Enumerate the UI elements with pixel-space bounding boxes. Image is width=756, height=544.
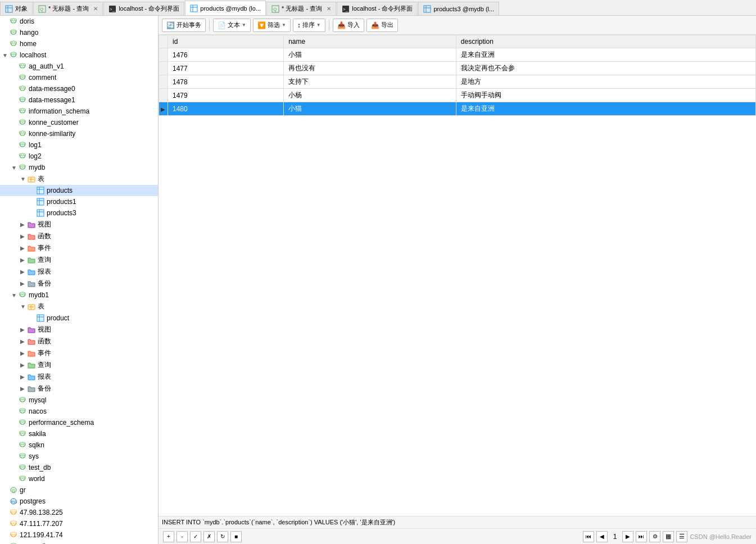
sidebar-item-world[interactable]: world (0, 473, 158, 484)
cell-name[interactable]: 小猫 (284, 102, 456, 116)
cancel-edit-button[interactable]: ✗ (203, 531, 215, 542)
grid-view-button[interactable]: ▦ (663, 531, 674, 542)
sidebar-item-ag_auth_v1[interactable]: ag_auth_v1 (0, 61, 158, 72)
sidebar-item-47.98.138.225[interactable]: 47.98.138.225 (0, 507, 158, 518)
sidebar-item-备份[interactable]: ▶ 备份 (0, 383, 158, 395)
text-button[interactable]: 📄 文本 ▼ (213, 19, 251, 32)
table-row[interactable]: 1478 支持下 是地方 (159, 75, 756, 89)
sidebar-item-data-message1[interactable]: data-message1 (0, 94, 158, 106)
sidebar-item-事件[interactable]: ▶ 事件 (0, 347, 158, 359)
sidebar-item-product[interactable]: product (0, 312, 158, 324)
stop-button[interactable]: ■ (230, 531, 242, 542)
svg-point-42 (20, 153, 25, 156)
sidebar-item-performance_schema[interactable]: performance_schema (0, 417, 158, 428)
settings-button[interactable]: ⚙ (649, 531, 660, 542)
toolbar-btn-icon: 📥 (337, 21, 346, 29)
sidebar-item-mongodb[interactable]: mongodb (0, 541, 158, 544)
cell-name[interactable]: 小猫 (284, 48, 456, 62)
cell-description[interactable]: 我决定再也不会参 (456, 62, 755, 75)
toolbar-btn-icon: 📤 (371, 21, 379, 29)
start-transaction-button[interactable]: 🔄 开始事务 (162, 19, 206, 32)
sidebar-item-products1[interactable]: products1 (0, 196, 158, 207)
confirm-button[interactable]: ✓ (190, 531, 201, 542)
sidebar-item-information_schema[interactable]: information_schema (0, 106, 158, 117)
sidebar-item-log1[interactable]: log1 (0, 139, 158, 151)
sidebar-item-comment[interactable]: comment (0, 72, 158, 83)
sidebar-item-表[interactable]: ▼ 表 (0, 173, 158, 185)
sidebar-item-查询[interactable]: ▶ 查询 (0, 254, 158, 266)
last-page-button[interactable]: ⏭ (636, 531, 647, 542)
cell-description[interactable]: 是地方 (456, 75, 755, 89)
table-row[interactable]: 1477 再也没有 我决定再也不会参 (159, 62, 756, 75)
table-icon (190, 4, 198, 12)
sidebar-item-konne_customer[interactable]: konne_customer (0, 117, 158, 128)
close-tab-button[interactable]: ✕ (93, 6, 98, 12)
sidebar-item-表[interactable]: ▼ 表 (0, 301, 158, 312)
export-button[interactable]: 📤 导出 (366, 19, 398, 32)
import-button[interactable]: 📥 导入 (333, 19, 364, 32)
sidebar-item-products[interactable]: products (0, 185, 158, 196)
table-row[interactable]: ▶ 1480 小猫 是来自亚洲 (159, 102, 756, 116)
cell-id[interactable]: 1476 (168, 48, 284, 62)
table-row[interactable]: 1479 小杨 手动阀手动阀 (159, 89, 756, 102)
delete-row-button[interactable]: - (176, 531, 188, 542)
sidebar-item-products3[interactable]: products3 (0, 207, 158, 219)
sidebar-item-home[interactable]: home (0, 38, 158, 49)
tab-products[interactable]: products @mydb (lo... (185, 1, 266, 15)
sidebar-item-报表[interactable]: ▶ 报表 (0, 371, 158, 383)
table-row[interactable]: 1476 小猫 是来自亚洲 (159, 48, 756, 62)
sidebar-item-函数[interactable]: ▶ 函数 (0, 336, 158, 347)
sidebar-item-视图[interactable]: ▶ 视图 (0, 324, 158, 336)
prev-page-button[interactable]: ◀ (596, 531, 608, 542)
cell-name[interactable]: 再也没有 (284, 62, 456, 75)
sidebar-item-konne-similarity[interactable]: konne-similarity (0, 128, 158, 139)
sidebar-item-sys[interactable]: sys (0, 451, 158, 462)
sidebar-item-data-message0[interactable]: data-message0 (0, 83, 158, 94)
cell-description[interactable]: 是来自亚洲 (456, 48, 755, 62)
cell-name[interactable]: 支持下 (284, 75, 456, 89)
cell-name[interactable]: 小杨 (284, 89, 456, 102)
cell-id[interactable]: 1478 (168, 75, 284, 89)
sidebar-item-mydb[interactable]: ▼ mydb (0, 162, 158, 173)
cell-id[interactable]: 1480 (168, 102, 284, 116)
sidebar-item-gr[interactable]: G gr (0, 484, 158, 496)
tab-products3[interactable]: products3 @mydb (l... (418, 2, 499, 15)
tab-cmd2[interactable]: >_ localhost - 命令列界面 (337, 2, 418, 15)
sidebar-item-121.199.41.74[interactable]: 121.199.41.74 (0, 529, 158, 541)
sidebar-item-sqlkn[interactable]: sqlkn (0, 439, 158, 451)
sidebar-item-nacos[interactable]: nacos (0, 406, 158, 417)
sidebar-item-查询[interactable]: ▶ 查询 (0, 359, 158, 371)
first-page-button[interactable]: ⏮ (583, 531, 594, 542)
table-area[interactable]: id name description 1476 小猫 是来自亚洲 1477 再… (159, 35, 756, 516)
sidebar-item-函数[interactable]: ▶ 函数 (0, 230, 158, 242)
next-page-button[interactable]: ▶ (622, 531, 633, 542)
cell-description[interactable]: 手动阀手动阀 (456, 89, 755, 102)
filter-button[interactable]: 🔽 筛选 ▼ (253, 19, 291, 32)
close-tab-button[interactable]: ✕ (327, 6, 331, 12)
cell-id[interactable]: 1479 (168, 89, 284, 102)
tab-cmd1[interactable]: >_ localhost - 命令列界面 (103, 2, 184, 15)
sidebar-item-mysql[interactable]: mysql (0, 395, 158, 406)
tab-untitled2[interactable]: Q * 无标题 - 查询 ✕ (266, 2, 336, 15)
refresh-button[interactable]: ↻ (217, 531, 228, 542)
cell-id[interactable]: 1477 (168, 62, 284, 75)
sidebar-item-test_db[interactable]: test_db (0, 462, 158, 473)
sidebar-item-事件[interactable]: ▶ 事件 (0, 242, 158, 254)
sidebar-item-hango[interactable]: hango (0, 27, 158, 38)
tab-obj[interactable]: 对象 (0, 2, 33, 15)
add-row-button[interactable]: + (163, 531, 174, 542)
sidebar-item-log2[interactable]: log2 (0, 151, 158, 162)
sidebar-item-报表[interactable]: ▶ 报表 (0, 266, 158, 278)
sidebar-item-doris[interactable]: doris (0, 16, 158, 27)
sidebar-item-47.111.77.207[interactable]: 47.111.77.207 (0, 518, 158, 529)
sidebar-item-sakila[interactable]: sakila (0, 428, 158, 439)
sidebar-item-mydb1[interactable]: ▼ mydb1 (0, 289, 158, 301)
tab-untitled1[interactable]: Q * 无标题 - 查询 ✕ (33, 2, 103, 15)
sidebar-item-localhost[interactable]: ▼ localhost (0, 49, 158, 61)
sidebar-item-视图[interactable]: ▶ 视图 (0, 219, 158, 230)
sidebar-item-备份[interactable]: ▶ 备份 (0, 278, 158, 289)
list-view-button[interactable]: ☰ (676, 531, 687, 542)
cell-description[interactable]: 是来自亚洲 (456, 102, 755, 116)
sort-button[interactable]: ↕ 排序 ▼ (293, 19, 325, 32)
sidebar-item-postgres[interactable]: PG postgres (0, 496, 158, 507)
